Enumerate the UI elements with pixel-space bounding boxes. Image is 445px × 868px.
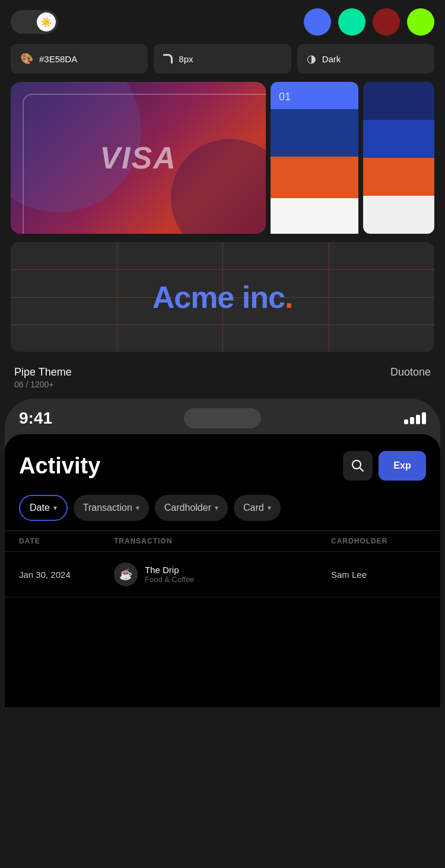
color-dot-lime[interactable]: [407, 8, 434, 36]
row-transaction: ☕ The Drip Food & Coffee: [114, 562, 331, 586]
col-header-transaction: TRANSACTION: [114, 537, 331, 545]
settings-row: 🎨 #3E58DA 8px ◑ Dark: [0, 44, 445, 82]
export-button[interactable]: Exp: [379, 451, 426, 481]
acme-section: Acme inc.: [11, 242, 434, 352]
mode-setting[interactable]: ◑ Dark: [297, 44, 434, 74]
swatch-blue-dark: [271, 109, 358, 157]
app-title: Activity: [19, 453, 100, 479]
toggle-knob: ☀️: [37, 12, 56, 31]
theme-toggle[interactable]: ☀️: [11, 10, 58, 34]
palette-icon: 🎨: [20, 52, 33, 65]
merchant-category: Food & Coffee: [145, 575, 195, 584]
phone-mockup: 9:41 Activity Exp: [5, 399, 440, 707]
acme-dot: .: [285, 280, 293, 314]
swatch-orange: [271, 157, 358, 198]
merchant-icon: ☕: [114, 562, 138, 586]
acme-title: Acme inc.: [152, 279, 293, 315]
export-label: Exp: [393, 460, 411, 471]
card-preview-area: VISA 01: [0, 82, 445, 242]
status-signal: [261, 412, 426, 424]
signal-bars: [404, 412, 426, 424]
filter-transaction-label: Transaction: [83, 503, 132, 513]
palette-palette-orange: [363, 158, 434, 196]
swatch-blue-light: 01: [271, 82, 358, 109]
signal-bar-4: [422, 412, 426, 424]
filter-chip-date[interactable]: Date ▾: [19, 495, 68, 521]
chevron-down-icon: ▾: [53, 504, 57, 512]
visa-card: VISA: [11, 82, 266, 234]
visa-logo: VISA: [100, 140, 176, 176]
chevron-down-icon-3: ▾: [215, 504, 218, 512]
col-header-date: DATE: [19, 537, 114, 545]
status-pill: [184, 408, 261, 428]
sun-icon: ☀️: [40, 17, 52, 28]
color-value: #3E58DA: [39, 54, 77, 64]
color-dot-blue[interactable]: [304, 8, 331, 36]
palette-mid-blue: [363, 120, 434, 158]
table-header: DATE TRANSACTION CARDHOLDER: [5, 530, 440, 552]
merchant-info: The Drip Food & Coffee: [145, 565, 195, 584]
pipe-theme-name: Pipe Theme: [14, 366, 72, 379]
signal-bar-2: [410, 417, 414, 424]
radius-icon: [163, 54, 173, 63]
merchant-name: The Drip: [145, 565, 195, 575]
color-setting[interactable]: 🎨 #3E58DA: [11, 44, 148, 74]
filter-cardholder-label: Cardholder: [164, 503, 211, 513]
palette-dark-navy: [363, 82, 434, 120]
filter-chip-cardholder[interactable]: Cardholder ▾: [155, 495, 228, 521]
color-dot-dark-red[interactable]: [373, 8, 400, 36]
filter-chip-card[interactable]: Card ▾: [234, 495, 281, 521]
filter-date-label: Date: [30, 503, 50, 513]
status-time: 9:41: [19, 409, 184, 428]
pipe-theme-info: Pipe Theme 06 / 1200+: [14, 366, 72, 389]
color-dot-group: [304, 8, 434, 36]
filter-chip-transaction[interactable]: Transaction ▾: [74, 495, 149, 521]
search-button[interactable]: [343, 451, 373, 481]
pipe-theme-style: Duotone: [390, 366, 431, 379]
radius-value: 8px: [179, 54, 193, 64]
top-bar: ☀️: [0, 0, 445, 44]
chevron-down-icon-2: ▾: [136, 504, 139, 512]
acme-name: Acme inc: [152, 280, 285, 314]
signal-bar-3: [416, 415, 420, 424]
dark-mode-icon: ◑: [307, 52, 316, 65]
app-content: Activity Exp Date ▾ Transaction: [5, 434, 440, 707]
palette-white: [363, 196, 434, 234]
filter-row: Date ▾ Transaction ▾ Cardholder ▾ Card ▾: [5, 490, 440, 530]
filter-card-label: Card: [243, 503, 264, 513]
search-icon: [351, 459, 364, 472]
color-palette-right: [363, 82, 434, 234]
grid-v1: [117, 242, 117, 352]
color-dot-green[interactable]: [338, 8, 365, 36]
header-actions: Exp: [343, 451, 426, 481]
chevron-down-icon-4: ▾: [268, 504, 271, 512]
col-header-cardholder: CARDHOLDER: [331, 537, 426, 545]
row-date: Jan 30, 2024: [19, 570, 114, 580]
radius-setting[interactable]: 8px: [154, 44, 291, 74]
app-header: Activity Exp: [5, 434, 440, 490]
table-row: Jan 30, 2024 ☕ The Drip Food & Coffee Sa…: [5, 552, 440, 597]
svg-line-1: [360, 468, 363, 471]
signal-bar-1: [404, 419, 408, 424]
row-cardholder: Sam Lee: [331, 570, 426, 580]
pipe-theme-count: 06 / 1200+: [14, 380, 72, 389]
phone-status-bar: 9:41: [5, 399, 440, 434]
grid-v3: [329, 242, 329, 352]
mode-value: Dark: [322, 54, 341, 64]
swatch-white: [271, 198, 358, 234]
swatch-label: 01: [279, 91, 291, 103]
pipe-theme-row: Pipe Theme 06 / 1200+ Duotone: [0, 360, 445, 399]
color-swatches: 01: [271, 82, 358, 234]
